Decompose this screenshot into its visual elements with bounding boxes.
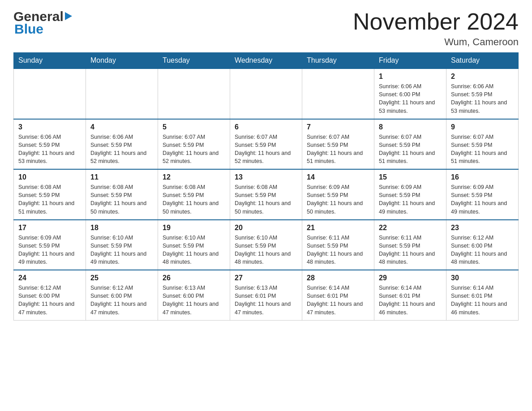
day-cell: 22Sunrise: 6:11 AM Sunset: 5:59 PM Dayli… xyxy=(374,220,446,270)
day-cell: 23Sunrise: 6:12 AM Sunset: 6:00 PM Dayli… xyxy=(446,220,519,270)
day-info: Sunrise: 6:14 AM Sunset: 6:01 PM Dayligh… xyxy=(307,284,369,317)
day-cell: 9Sunrise: 6:07 AM Sunset: 5:59 PM Daylig… xyxy=(446,119,519,170)
day-info: Sunrise: 6:06 AM Sunset: 5:59 PM Dayligh… xyxy=(451,82,514,115)
days-header-row: SundayMondayTuesdayWednesdayThursdayFrid… xyxy=(14,53,519,69)
day-info: Sunrise: 6:08 AM Sunset: 5:59 PM Dayligh… xyxy=(90,183,153,216)
day-info: Sunrise: 6:08 AM Sunset: 5:59 PM Dayligh… xyxy=(163,183,225,216)
day-number: 2 xyxy=(451,73,514,81)
day-info: Sunrise: 6:10 AM Sunset: 5:59 PM Dayligh… xyxy=(235,234,297,266)
day-number: 29 xyxy=(379,274,442,282)
column-header-sunday: Sunday xyxy=(14,53,86,69)
day-number: 24 xyxy=(18,274,81,282)
day-info: Sunrise: 6:14 AM Sunset: 6:01 PM Dayligh… xyxy=(379,284,442,317)
day-number: 14 xyxy=(307,173,369,181)
day-info: Sunrise: 6:10 AM Sunset: 5:59 PM Dayligh… xyxy=(90,234,153,266)
column-header-friday: Friday xyxy=(374,53,446,69)
day-info: Sunrise: 6:07 AM Sunset: 5:59 PM Dayligh… xyxy=(451,133,514,166)
day-cell xyxy=(302,68,374,119)
day-cell xyxy=(14,68,86,119)
day-cell: 13Sunrise: 6:08 AM Sunset: 5:59 PM Dayli… xyxy=(230,169,302,220)
day-cell: 20Sunrise: 6:10 AM Sunset: 5:59 PM Dayli… xyxy=(230,220,302,270)
day-number: 11 xyxy=(90,173,153,181)
day-number: 3 xyxy=(18,123,81,131)
day-info: Sunrise: 6:08 AM Sunset: 5:59 PM Dayligh… xyxy=(235,183,297,216)
day-cell: 3Sunrise: 6:06 AM Sunset: 5:59 PM Daylig… xyxy=(14,119,86,170)
day-info: Sunrise: 6:09 AM Sunset: 5:59 PM Dayligh… xyxy=(307,183,369,216)
week-row-4: 17Sunrise: 6:09 AM Sunset: 5:59 PM Dayli… xyxy=(14,220,519,270)
day-number: 7 xyxy=(307,123,369,131)
logo-arrow-icon xyxy=(65,12,72,20)
day-cell xyxy=(86,68,158,119)
day-cell: 30Sunrise: 6:14 AM Sunset: 6:01 PM Dayli… xyxy=(446,270,519,320)
day-number: 4 xyxy=(90,123,153,131)
location-subtitle: Wum, Cameroon xyxy=(353,36,519,48)
day-info: Sunrise: 6:08 AM Sunset: 5:59 PM Dayligh… xyxy=(18,183,81,216)
day-info: Sunrise: 6:07 AM Sunset: 5:59 PM Dayligh… xyxy=(307,133,369,166)
day-cell: 12Sunrise: 6:08 AM Sunset: 5:59 PM Dayli… xyxy=(158,169,230,220)
day-number: 22 xyxy=(379,224,442,232)
day-number: 15 xyxy=(379,173,442,181)
day-info: Sunrise: 6:10 AM Sunset: 5:59 PM Dayligh… xyxy=(163,234,225,266)
column-header-wednesday: Wednesday xyxy=(230,53,302,69)
column-header-monday: Monday xyxy=(86,53,158,69)
day-info: Sunrise: 6:06 AM Sunset: 6:00 PM Dayligh… xyxy=(379,82,442,115)
day-info: Sunrise: 6:06 AM Sunset: 5:59 PM Dayligh… xyxy=(18,133,81,166)
day-number: 27 xyxy=(235,274,297,282)
day-cell: 18Sunrise: 6:10 AM Sunset: 5:59 PM Dayli… xyxy=(86,220,158,270)
day-number: 28 xyxy=(307,274,369,282)
day-cell: 8Sunrise: 6:07 AM Sunset: 5:59 PM Daylig… xyxy=(374,119,446,170)
day-number: 25 xyxy=(90,274,153,282)
week-row-5: 24Sunrise: 6:12 AM Sunset: 6:00 PM Dayli… xyxy=(14,270,519,320)
day-cell: 27Sunrise: 6:13 AM Sunset: 6:01 PM Dayli… xyxy=(230,270,302,320)
day-cell: 25Sunrise: 6:12 AM Sunset: 6:00 PM Dayli… xyxy=(86,270,158,320)
day-cell xyxy=(230,68,302,119)
day-info: Sunrise: 6:11 AM Sunset: 5:59 PM Dayligh… xyxy=(379,234,442,266)
day-number: 26 xyxy=(163,274,225,282)
day-cell: 24Sunrise: 6:12 AM Sunset: 6:00 PM Dayli… xyxy=(14,270,86,320)
day-number: 16 xyxy=(451,173,514,181)
day-cell: 6Sunrise: 6:07 AM Sunset: 5:59 PM Daylig… xyxy=(230,119,302,170)
day-number: 30 xyxy=(451,274,514,282)
day-info: Sunrise: 6:07 AM Sunset: 5:59 PM Dayligh… xyxy=(379,133,442,166)
day-number: 18 xyxy=(90,224,153,232)
day-info: Sunrise: 6:06 AM Sunset: 5:59 PM Dayligh… xyxy=(90,133,153,166)
logo: General Blue xyxy=(13,9,72,37)
title-block: November 2024 Wum, Cameroon xyxy=(353,9,519,48)
day-number: 12 xyxy=(163,173,225,181)
day-number: 23 xyxy=(451,224,514,232)
day-number: 10 xyxy=(18,173,81,181)
week-row-3: 10Sunrise: 6:08 AM Sunset: 5:59 PM Dayli… xyxy=(14,169,519,220)
day-cell: 16Sunrise: 6:09 AM Sunset: 5:59 PM Dayli… xyxy=(446,169,519,220)
day-cell xyxy=(158,68,230,119)
column-header-thursday: Thursday xyxy=(302,53,374,69)
day-cell: 7Sunrise: 6:07 AM Sunset: 5:59 PM Daylig… xyxy=(302,119,374,170)
day-info: Sunrise: 6:13 AM Sunset: 6:01 PM Dayligh… xyxy=(235,284,297,317)
day-cell: 17Sunrise: 6:09 AM Sunset: 5:59 PM Dayli… xyxy=(14,220,86,270)
day-number: 13 xyxy=(235,173,297,181)
week-row-1: 1Sunrise: 6:06 AM Sunset: 6:00 PM Daylig… xyxy=(14,68,519,119)
day-number: 9 xyxy=(451,123,514,131)
logo-blue-text: Blue xyxy=(14,21,43,37)
day-cell: 21Sunrise: 6:11 AM Sunset: 5:59 PM Dayli… xyxy=(302,220,374,270)
day-cell: 19Sunrise: 6:10 AM Sunset: 5:59 PM Dayli… xyxy=(158,220,230,270)
day-info: Sunrise: 6:11 AM Sunset: 5:59 PM Dayligh… xyxy=(307,234,369,266)
day-cell: 2Sunrise: 6:06 AM Sunset: 5:59 PM Daylig… xyxy=(446,68,519,119)
day-info: Sunrise: 6:09 AM Sunset: 5:59 PM Dayligh… xyxy=(451,183,514,216)
day-cell: 11Sunrise: 6:08 AM Sunset: 5:59 PM Dayli… xyxy=(86,169,158,220)
day-number: 17 xyxy=(18,224,81,232)
page-header: General Blue November 2024 Wum, Cameroon xyxy=(13,9,519,48)
day-cell: 15Sunrise: 6:09 AM Sunset: 5:59 PM Dayli… xyxy=(374,169,446,220)
day-info: Sunrise: 6:09 AM Sunset: 5:59 PM Dayligh… xyxy=(379,183,442,216)
day-cell: 10Sunrise: 6:08 AM Sunset: 5:59 PM Dayli… xyxy=(14,169,86,220)
day-cell: 4Sunrise: 6:06 AM Sunset: 5:59 PM Daylig… xyxy=(86,119,158,170)
day-info: Sunrise: 6:09 AM Sunset: 5:59 PM Dayligh… xyxy=(18,234,81,266)
day-cell: 1Sunrise: 6:06 AM Sunset: 6:00 PM Daylig… xyxy=(374,68,446,119)
day-number: 1 xyxy=(379,73,442,81)
day-number: 5 xyxy=(163,123,225,131)
day-info: Sunrise: 6:12 AM Sunset: 6:00 PM Dayligh… xyxy=(18,284,81,317)
day-cell: 5Sunrise: 6:07 AM Sunset: 5:59 PM Daylig… xyxy=(158,119,230,170)
day-cell: 29Sunrise: 6:14 AM Sunset: 6:01 PM Dayli… xyxy=(374,270,446,320)
day-cell: 14Sunrise: 6:09 AM Sunset: 5:59 PM Dayli… xyxy=(302,169,374,220)
column-header-tuesday: Tuesday xyxy=(158,53,230,69)
day-cell: 26Sunrise: 6:13 AM Sunset: 6:00 PM Dayli… xyxy=(158,270,230,320)
